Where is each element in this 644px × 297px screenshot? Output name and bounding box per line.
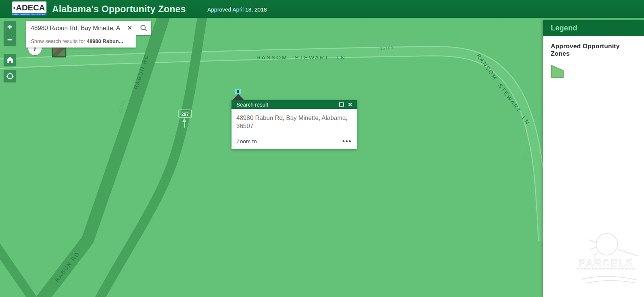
logo-text: ADECA [16, 3, 45, 13]
home-button[interactable] [4, 54, 16, 66]
search-input-value[interactable]: 48980 Rabun Rd, Bay Minette, A [26, 25, 124, 32]
search-button[interactable] [136, 21, 151, 35]
road-label-ransom-horizontal: RANSOM STEWART LN [256, 54, 346, 61]
home-icon [6, 56, 14, 63]
road-label-ransom-diagonal: RANSOM STEWART LN [475, 53, 531, 126]
marker-dot-icon [237, 90, 239, 93]
search-icon [140, 25, 147, 32]
legend-layer-label: Approved Opportunity Zones [551, 43, 640, 58]
legend-panel: Legend Approved Opportunity Zones [543, 20, 644, 297]
popup-footer: Zoom to ••• [232, 130, 357, 149]
search-suggestion-item[interactable]: Show search results for 48980 Rabun... [26, 35, 136, 48]
zoom-control: + − [4, 21, 16, 46]
popup-title: Search result [232, 102, 339, 108]
zoom-to-link[interactable]: Zoom to [236, 138, 257, 144]
search-result-marker[interactable] [235, 89, 241, 94]
dock-icon[interactable] [339, 102, 344, 107]
road-label-rabun-lower: RABUN RD [54, 251, 81, 283]
more-options-button[interactable]: ••• [342, 140, 352, 143]
alabama-state-icon [13, 3, 15, 13]
page-subtitle: Approved April 18, 2018 [207, 6, 267, 13]
locate-icon [6, 72, 14, 80]
page-title: Alabama's Opportunity Zones [52, 4, 186, 14]
locate-button[interactable] [4, 70, 16, 82]
legend-body: Approved Opportunity Zones [543, 36, 644, 79]
legend-title: Legend [543, 20, 644, 36]
logo-subtext: ALABAMA DEPARTMENT OF ECONOMIC AND COMMU… [12, 13, 46, 16]
close-popup-button[interactable]: ✕ [348, 101, 357, 108]
popup-header: Search result ✕ [232, 100, 357, 109]
address-range-label-1: 15100 [380, 45, 393, 50]
suggestion-term: 48980 Rabun... [87, 38, 123, 44]
road-corner [0, 243, 35, 297]
popup-body: 48980 Rabun Rd, Bay Minette, Alabama, 36… [232, 109, 357, 130]
search-result-popup: Search result ✕ 48980 Rabun Rd, Bay Mine… [232, 100, 357, 149]
zoom-in-button[interactable]: + [4, 21, 16, 33]
adeca-logo: ADECA ALABAMA DEPARTMENT OF ECONOMIC AND… [12, 1, 46, 16]
result-address-line2: 36507 [236, 122, 352, 130]
search-input[interactable]: 48980 Rabun Rd, Bay Minette, A ✕ [26, 21, 136, 35]
clear-search-button[interactable]: ✕ [124, 24, 136, 32]
search-widget: 48980 Rabun Rd, Bay Minette, A ✕ [26, 21, 151, 35]
app-header: ADECA ALABAMA DEPARTMENT OF ECONOMIC AND… [0, 0, 644, 18]
address-range-label-2: 48999 [117, 98, 127, 114]
popup-pointer [232, 94, 244, 100]
opportunity-zone-swatch-icon [551, 62, 564, 78]
result-address-line1: 48980 Rabun Rd, Bay Minette, Alabama, [236, 114, 352, 122]
route-shield-label: 287 [181, 112, 189, 117]
suggestion-prefix: Show search results for [31, 38, 87, 44]
zoom-out-button[interactable]: − [4, 33, 16, 46]
legend-header: Legend [543, 20, 644, 36]
